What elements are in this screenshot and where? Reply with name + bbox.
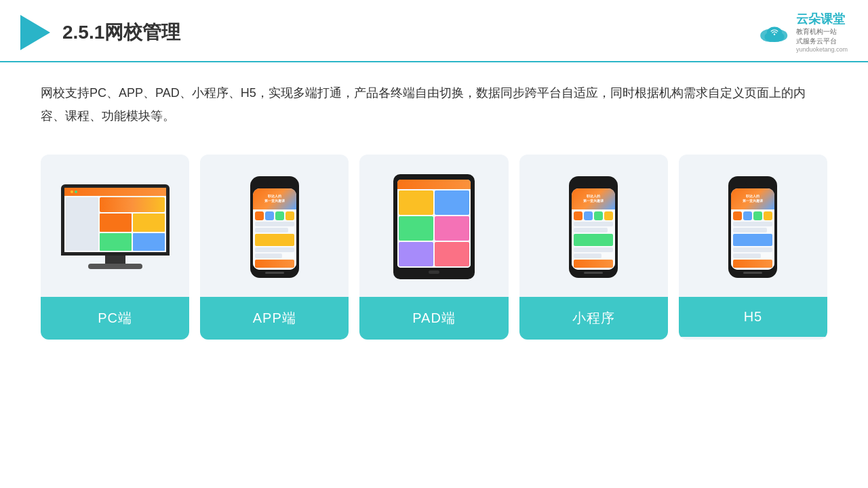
card-h5: 职达人的第一堂兴趣课: [679, 155, 827, 340]
svg-point-6: [774, 33, 775, 35]
app-phone-mockup: 职达人的第一堂兴趣课: [250, 176, 299, 278]
phone-bottom-bar: [265, 272, 284, 274]
h5-banner-text: 职达人的第一堂兴趣课: [743, 194, 763, 203]
tablet-screen-content: [397, 189, 471, 268]
pc-screen-content: [64, 196, 166, 252]
brand-name: 云朵课堂: [796, 12, 845, 27]
card-miniprogram-label: 小程序: [519, 297, 668, 340]
pc-screen: [64, 188, 166, 252]
card-miniprogram-image: 职达人的第一堂兴趣课: [519, 155, 668, 297]
card-pc: PC端: [41, 155, 189, 340]
pc-device-mockup: [61, 184, 170, 269]
card-app-image: 职达人的第一堂兴趣课: [200, 155, 349, 297]
brand-logo: 云朵课堂 教育机构一站 式服务云平台 yunduoketang.com: [758, 12, 848, 53]
tablet-screen-header: [397, 180, 471, 189]
h5-phone-screen: 职达人的第一堂兴趣课: [731, 188, 774, 270]
card-pc-label: PC端: [41, 297, 189, 340]
header-left: 2.5.1网校管理: [20, 15, 180, 50]
miniprogram-phone-notch-top: [572, 179, 615, 187]
pc-monitor: [61, 184, 170, 256]
header-right: 云朵课堂 教育机构一站 式服务云平台 yunduoketang.com: [758, 12, 848, 53]
pc-base: [88, 264, 142, 269]
h5-phone-mockup: 职达人的第一堂兴趣课: [728, 176, 777, 278]
card-pc-image: [41, 155, 189, 297]
miniprogram-banner: 职达人的第一堂兴趣课: [572, 188, 615, 209]
h5-banner: 职达人的第一堂兴趣课: [731, 188, 774, 209]
phone-notch-top: [253, 179, 296, 187]
header: 2.5.1网校管理 云朵课堂 教育机构一站 式服务云平台 yunduoketa: [0, 0, 868, 62]
card-app: 职达人的第一堂兴趣课: [200, 155, 349, 340]
card-miniprogram: 职达人的第一堂兴趣课: [519, 155, 668, 340]
notch-banner-text: 职达人的第一堂兴趣课: [264, 194, 285, 203]
cloud-icon: [758, 20, 791, 45]
card-app-label: APP端: [200, 297, 349, 340]
miniprogram-phone-bottom-bar: [584, 272, 603, 274]
notch-banner: 职达人的第一堂兴趣课: [253, 188, 296, 209]
card-h5-image: 职达人的第一堂兴趣课: [679, 155, 827, 297]
pc-neck: [105, 256, 125, 264]
description-text: 网校支持PC、APP、PAD、小程序、H5，实现多端打通，产品各终端自由切换，数…: [0, 62, 868, 134]
card-h5-label: H5: [679, 297, 827, 337]
card-pad-image: [359, 155, 508, 297]
phone-notch-screen: 职达人的第一堂兴趣课: [253, 188, 296, 270]
miniprogram-phone-mockup: 职达人的第一堂兴趣课: [569, 176, 618, 278]
brand-sub-2: 式服务云平台: [796, 37, 837, 46]
tablet-mockup: [393, 174, 475, 279]
cards-section: PC端 职达人的第一堂兴趣课: [0, 141, 868, 360]
brand-text-block: 云朵课堂 教育机构一站 式服务云平台 yunduoketang.com: [796, 12, 848, 53]
brand-url: yunduoketang.com: [796, 46, 848, 53]
card-pad: PAD端: [359, 155, 508, 340]
page-title: 2.5.1网校管理: [62, 20, 180, 45]
tablet-home-button: [429, 270, 439, 274]
logo-triangle-icon: [20, 15, 50, 50]
brand-sub-1: 教育机构一站: [796, 27, 837, 37]
card-pad-label: PAD端: [359, 297, 508, 340]
h5-phone-notch-cutout: [745, 181, 760, 185]
notch-screen-body: [253, 209, 296, 270]
miniprogram-screen-body: [572, 209, 615, 270]
h5-phone-bottom-bar: [743, 272, 762, 274]
miniprogram-phone-screen: 职达人的第一堂兴趣课: [572, 188, 615, 270]
miniprogram-phone-notch-cutout: [586, 181, 601, 185]
tablet-screen: [397, 180, 471, 268]
h5-phone-notch-top: [731, 179, 774, 187]
phone-notch-cutout: [267, 181, 282, 185]
miniprogram-banner-text: 职达人的第一堂兴趣课: [583, 194, 604, 203]
h5-screen-body: [731, 209, 774, 270]
pc-screen-top: [64, 188, 166, 196]
